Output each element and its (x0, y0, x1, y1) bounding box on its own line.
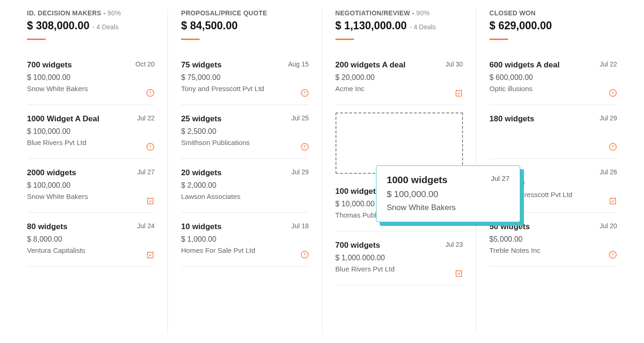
deal-card[interactable]: 1000 Widget A DealJul 22$ 100,000.00Blue… (27, 105, 154, 159)
deal-name: 100 widgets (335, 187, 380, 196)
alert-icon (146, 143, 154, 151)
deal-amount: $ 1,000.00 (181, 235, 309, 244)
task-check-icon (455, 89, 463, 97)
stage-column[interactable]: ID. DECISION MAKERS - 90%$ 308,000.00 - … (14, 9, 168, 334)
deal-date: Jul 23 (445, 241, 463, 248)
deal-company: Lawson Associates (181, 192, 309, 200)
deal-card[interactable]: 700 widgetsJul 23$ 1,000.000.00Blue Rive… (335, 231, 463, 285)
deal-card[interactable]: 180 widgetsJul 29 (490, 105, 617, 159)
alert-icon (301, 251, 309, 259)
deal-date: Jul 18 (291, 222, 309, 230)
deal-company: Homes For Sale Pvt Ltd (181, 246, 309, 254)
deal-amount: $ 8,000.00 (27, 235, 154, 244)
deal-amount: $ 2,500.00 (181, 127, 309, 136)
stage-title: ID. DECISION MAKERS - 90% (27, 9, 154, 17)
deal-card[interactable]: 25 widgetsJul 25$ 2,500.00Smithson Publi… (181, 105, 309, 159)
deal-company: Snow White Bakers (27, 192, 154, 200)
deal-name: 180 widgets (490, 114, 534, 124)
task-check-icon (146, 197, 154, 205)
deal-date: Jul 26 (600, 168, 617, 176)
deal-amount: $ 100,000.00 (27, 181, 154, 190)
deal-date: Oct 20 (135, 60, 154, 68)
svg-point-25 (612, 148, 613, 149)
svg-point-13 (304, 148, 305, 149)
stage-title: NEGOTIATION/REVIEW - 90% (335, 9, 463, 17)
svg-point-5 (150, 148, 151, 149)
deal-company: Snow White Bakers (27, 85, 154, 92)
deal-date: Jul 25 (291, 114, 309, 122)
drop-slot[interactable] (335, 112, 463, 174)
alert-icon (609, 143, 617, 151)
deal-date: Jul 24 (137, 222, 154, 230)
deal-name: 25 widgets (181, 114, 221, 124)
alert-icon (609, 89, 617, 97)
stage-title: CLOSED WON (490, 9, 617, 17)
deal-name: 2000 widgets (27, 168, 76, 178)
deal-date: Jul 27 (137, 168, 154, 176)
deal-card[interactable]: 75 widgetsAug 15$ 75,000.00Tony and Pres… (181, 51, 309, 105)
stage-header: NEGOTIATION/REVIEW - 90%$ 1,130,000.00 -… (335, 9, 463, 40)
stage-amount: $ 629,000.00 (490, 20, 617, 32)
deal-amount: $ 100,000.00 (27, 73, 154, 82)
deal-amount: $ 20,000.00 (335, 73, 463, 82)
deal-name: 80 widgets (27, 222, 67, 231)
deal-name: 600 widgets A deal (490, 60, 560, 70)
stage-pct: 90% (107, 9, 121, 17)
stage-header: ID. DECISION MAKERS - 90%$ 308,000.00 - … (27, 9, 154, 40)
alert-icon (301, 143, 309, 151)
stage-deals: - 4 Deals (93, 23, 119, 31)
deal-company: Blue Rivers Pvt Ltd (335, 265, 463, 273)
deal-card[interactable]: 80 widgetsJul 24$ 8,000.00Ventura Capita… (27, 213, 154, 267)
deal-company: Blue Rivers Pvt Ltd (27, 139, 154, 146)
dragging-card-date: Jul 27 (491, 174, 510, 182)
stage-amount: $ 84,500.00 (181, 20, 309, 32)
deal-name: 20 widgets (181, 168, 221, 178)
deal-amount: $ 75,000.00 (181, 73, 309, 82)
dragging-card-amount: $ 100,000.00 (387, 189, 510, 199)
svg-point-29 (612, 256, 613, 257)
deal-name: 50 widgets (490, 222, 530, 231)
deal-name: 700 widgets (27, 60, 72, 70)
dragging-card[interactable]: 1000 widgets Jul 27 $ 100,000.00 Snow Wh… (376, 165, 520, 222)
deal-amount: $ 100,000.00 (27, 127, 154, 136)
stage-underline (181, 39, 200, 40)
deal-date: Jul 22 (600, 60, 617, 68)
stage-title: PROPOSAL/PRICE QUOTE (181, 9, 309, 17)
stage-underline (335, 39, 354, 40)
deal-amount: $ 1,000.000.00 (335, 254, 463, 262)
deal-card[interactable]: 700 widgetsOct 20$ 100,000.00Snow White … (27, 51, 154, 105)
deal-company: Acme Inc (335, 85, 463, 92)
stage-column[interactable]: PROPOSAL/PRICE QUOTE$ 84,500.0075 widget… (168, 9, 322, 334)
svg-point-2 (150, 94, 151, 95)
deal-date: Jul 29 (291, 168, 309, 176)
deal-date: Jul 30 (445, 60, 463, 68)
svg-point-16 (304, 256, 305, 257)
deal-amount: $5,000.00 (490, 235, 617, 244)
svg-point-10 (304, 94, 305, 95)
deal-amount: $ 2,000.00 (181, 181, 309, 190)
svg-point-22 (612, 94, 613, 95)
deal-company: Smithson Publications (181, 139, 309, 146)
stage-amount: $ 1,130,000.00 - 4 Deals (335, 20, 463, 32)
stage-underline (27, 39, 46, 40)
alert-icon (609, 251, 617, 259)
deal-name: 700 widgets (335, 241, 380, 250)
task-check-icon (609, 197, 617, 205)
deal-card[interactable]: 10 widgetsJul 18$ 1,000.00Homes For Sale… (181, 213, 309, 267)
stage-amount: $ 308,000.00 - 4 Deals (27, 20, 154, 32)
stage-pct: 90% (416, 9, 430, 17)
deal-amount: $ 600,000.00 (490, 73, 617, 82)
deal-card[interactable]: 200 widgets A dealJul 30$ 20,000.00Acme … (335, 51, 463, 105)
deal-name: 10 widgets (181, 222, 221, 231)
deal-company: Tony and Presscott Pvt Ltd (181, 85, 309, 92)
deal-card[interactable]: 2000 widgetsJul 27$ 100,000.00Snow White… (27, 159, 154, 213)
deal-card[interactable]: 600 widgets A dealJul 22$ 600,000.00Opti… (490, 51, 617, 105)
stage-underline (490, 39, 508, 40)
dragging-card-company: Snow White Bakers (387, 203, 510, 212)
deal-date: Aug 15 (288, 60, 309, 68)
deal-company: Ventura Capitalists (27, 246, 154, 254)
deal-card[interactable]: 20 widgetsJul 29$ 2,000.00Lawson Associa… (181, 159, 309, 213)
deal-date: Jul 22 (137, 114, 154, 122)
dragging-card-name: 1000 widgets (387, 174, 448, 185)
deal-company: Optic illusions (490, 85, 617, 92)
